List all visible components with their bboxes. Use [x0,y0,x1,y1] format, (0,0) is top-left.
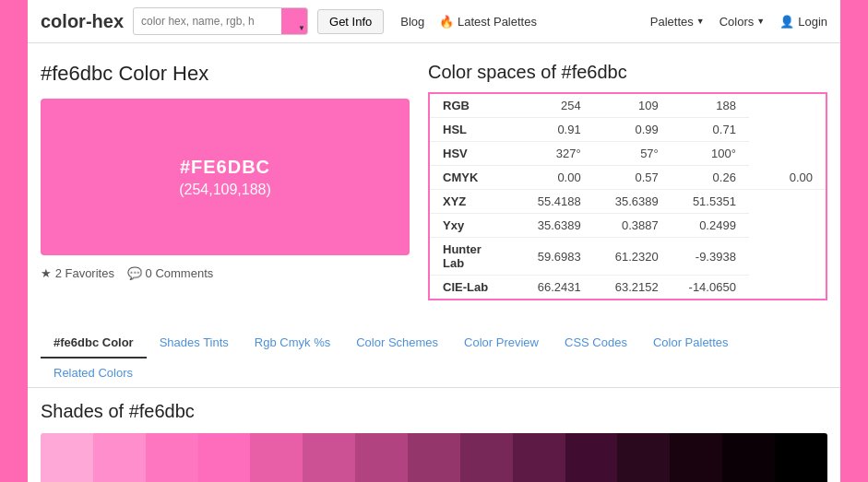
blog-link[interactable]: Blog [400,15,424,29]
right-panel: Color spaces of #fe6dbc RGB 254 109 188H… [428,62,827,300]
tab-rgb-cmyk[interactable]: Rgb Cmyk %s [242,328,343,359]
table-row: XYZ 55.4188 35.6389 51.5351 [429,190,826,214]
value-cell-1: 254 [517,93,594,118]
table-row: CIE-Lab 66.2431 63.2152 -14.0650 [429,276,826,300]
login-link[interactable]: 👤 Login [779,15,827,29]
label-cell: XYZ [429,190,517,214]
shades-strip [41,433,827,482]
header-right: Palettes Colors 👤 Login [650,15,827,29]
color-spaces-title: Color spaces of #fe6dbc [428,62,827,83]
shade-block[interactable] [722,433,775,482]
label-cell: HSV [429,142,517,166]
colors-dropdown[interactable]: Colors [719,15,766,29]
tab-color-preview[interactable]: Color Preview [451,328,552,359]
star-icon: ★ [41,266,52,280]
header: color-hex Get Info Blog 🔥 Latest Palette… [28,0,840,43]
tab-nav: #fe6dbc ColorShades TintsRgb Cmyk %sColo… [28,328,840,388]
page-title: #fe6dbc Color Hex [41,62,410,86]
table-row: Hunter Lab 59.6983 61.2320 -9.3938 [429,238,826,276]
shade-block[interactable] [408,433,460,482]
left-panel: #fe6dbc Color Hex #FE6DBC (254,109,188) … [41,62,410,300]
shade-block[interactable] [565,433,618,482]
shade-block[interactable] [670,433,722,482]
table-row: HSV 327° 57° 100° [429,142,826,166]
shade-block[interactable] [775,433,827,482]
value-cell-2: 61.2320 [594,238,672,276]
color-swatch-button[interactable] [281,8,307,34]
tab-related-colors[interactable]: Related Colors [41,359,146,387]
comment-icon: 💬 [127,266,142,280]
value-cell-2: 0.3887 [594,214,672,238]
value-cell-1: 59.6983 [517,238,594,276]
tab-color-palettes[interactable]: Color Palettes [640,328,742,359]
favorites-item[interactable]: ★ 2 Favorites [41,266,114,280]
comments-item[interactable]: 💬 0 Comments [127,266,213,280]
shade-block[interactable] [250,433,303,482]
favorites-bar: ★ 2 Favorites 💬 0 Comments [41,266,410,280]
header-nav: Blog 🔥 Latest Palettes [400,15,537,29]
shade-block[interactable] [617,433,670,482]
tab-css-codes[interactable]: CSS Codes [552,328,640,359]
search-input[interactable] [134,10,281,32]
shades-title: Shades of #fe6dbc [41,401,827,422]
value-cell-2: 109 [594,93,672,118]
shade-block[interactable] [460,433,513,482]
value-cell-3: -14.0650 [672,276,749,300]
table-row: HSL 0.91 0.99 0.71 [429,118,826,142]
shade-block[interactable] [355,433,408,482]
value-cell-1: 0.91 [517,118,594,142]
table-row: Yxy 35.6389 0.3887 0.2499 [429,214,826,238]
site-logo[interactable]: color-hex [41,11,124,32]
shade-block[interactable] [303,433,355,482]
value-cell-2: 57° [594,142,672,166]
tab-color-schemes[interactable]: Color Schemes [343,328,451,359]
label-cell: CMYK [429,166,517,190]
value-cell-4: 0.00 [749,166,826,190]
value-cell-2: 35.6389 [594,190,672,214]
tab-shades-tints[interactable]: Shades Tints [147,328,242,359]
user-icon: 👤 [779,15,794,29]
color-preview-box: #FE6DBC (254,109,188) [41,99,410,255]
get-info-button[interactable]: Get Info [317,9,384,34]
shades-section: Shades of #fe6dbc [28,388,840,482]
value-cell-3: 51.5351 [672,190,749,214]
latest-palettes-link[interactable]: 🔥 Latest Palettes [439,15,537,29]
value-cell-3: 0.26 [672,166,749,190]
label-cell: HSL [429,118,517,142]
palettes-dropdown[interactable]: Palettes [650,15,705,29]
value-cell-2: 0.99 [594,118,672,142]
value-cell-3: 100° [672,142,749,166]
value-cell-3: 0.2499 [672,214,749,238]
value-cell-1: 0.00 [517,166,594,190]
label-cell: CIE-Lab [429,276,517,300]
color-spaces-table: RGB 254 109 188HSL 0.91 0.99 0.71HSV 327… [428,92,827,300]
shade-block[interactable] [93,433,146,482]
shade-block[interactable] [198,433,251,482]
shade-block[interactable] [41,433,93,482]
table-row: CMYK 0.00 0.57 0.260.00 [429,166,826,190]
value-cell-1: 327° [517,142,594,166]
fire-icon: 🔥 [439,15,454,29]
value-cell-1: 55.4188 [517,190,594,214]
label-cell: Hunter Lab [429,238,517,276]
value-cell-3: 188 [672,93,749,118]
color-rgb-display: (254,109,188) [179,182,271,198]
shade-block[interactable] [146,433,198,482]
value-cell-1: 35.6389 [517,214,594,238]
label-cell: RGB [429,93,517,118]
value-cell-3: -9.3938 [672,238,749,276]
label-cell: Yxy [429,214,517,238]
tab-color[interactable]: #fe6dbc Color [41,328,147,359]
shade-block[interactable] [513,433,565,482]
color-hex-display: #FE6DBC [180,157,270,178]
search-form [133,7,308,35]
main-content: #fe6dbc Color Hex #FE6DBC (254,109,188) … [28,43,840,310]
value-cell-1: 66.2431 [517,276,594,300]
table-row: RGB 254 109 188 [429,93,826,118]
value-cell-2: 0.57 [594,166,672,190]
value-cell-2: 63.2152 [594,276,672,300]
value-cell-3: 0.71 [672,118,749,142]
